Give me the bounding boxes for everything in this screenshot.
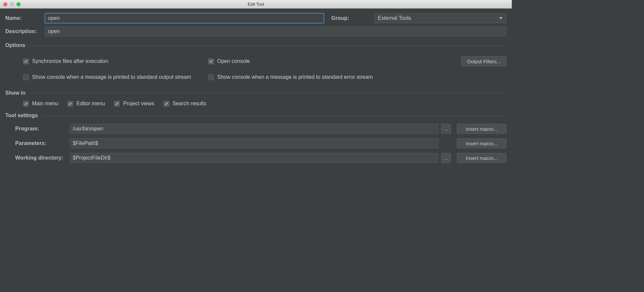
working-dir-browse-button[interactable]: ... [441, 153, 451, 163]
output-filters-button[interactable]: Output Filters... [461, 56, 506, 66]
stdout-label: Show console when a message is printed t… [32, 74, 191, 80]
checkmark-icon [114, 101, 120, 107]
stderr-checkbox[interactable]: Show console when a message is printed t… [208, 74, 373, 80]
project-views-checkbox[interactable]: Project views [114, 101, 154, 107]
open-console-checkbox[interactable]: Open console [208, 58, 250, 64]
checkmark-icon [208, 59, 214, 64]
checkmark-icon [164, 101, 169, 107]
checkmark-icon [23, 59, 29, 64]
name-input[interactable] [45, 13, 324, 23]
group-selected-value: External Tools [378, 15, 411, 21]
program-label: Program: [15, 126, 70, 132]
working-dir-label: Working directory: [15, 155, 70, 161]
sync-files-checkbox[interactable]: Synchronize files after execution [23, 58, 208, 64]
program-input[interactable] [70, 124, 438, 134]
search-results-checkbox[interactable]: Search results [164, 101, 206, 107]
group-combobox[interactable]: External Tools [374, 13, 506, 23]
description-label: Description: [5, 28, 45, 34]
main-menu-checkbox[interactable]: Main menu [23, 101, 58, 107]
checkmark-icon [67, 101, 73, 107]
working-dir-input[interactable] [70, 153, 438, 163]
checkbox-empty-icon [208, 74, 214, 80]
titlebar: Edit Tool [0, 0, 512, 9]
checkmark-icon [23, 101, 29, 107]
search-results-label: Search results [173, 101, 206, 107]
divider [29, 93, 506, 93]
stdout-checkbox[interactable]: Show console when a message is printed t… [23, 74, 208, 80]
options-section-title: Options [5, 42, 25, 48]
checkbox-empty-icon [23, 74, 29, 80]
editor-menu-checkbox[interactable]: Editor menu [67, 101, 105, 107]
window-title: Edit Tool [0, 2, 512, 7]
chevron-down-icon [497, 14, 504, 23]
divider [28, 45, 506, 46]
program-browse-button[interactable]: ... [441, 124, 451, 134]
show-in-section-title: Show in [5, 90, 25, 96]
main-menu-label: Main menu [32, 101, 58, 107]
program-insert-macro-button[interactable]: Insert macro... [457, 124, 506, 134]
parameters-insert-macro-button[interactable]: Insert macro... [457, 138, 506, 148]
name-label: Name: [5, 15, 45, 21]
tool-settings-section-title: Tool settings [5, 113, 38, 119]
divider [41, 116, 506, 116]
parameters-input[interactable] [70, 138, 438, 148]
sync-files-label: Synchronize files after execution [32, 58, 108, 64]
description-input[interactable] [45, 26, 506, 36]
group-label: Group: [331, 15, 371, 21]
stderr-label: Show console when a message is printed t… [217, 74, 373, 80]
project-views-label: Project views [123, 101, 154, 107]
open-console-label: Open console [217, 58, 250, 64]
editor-menu-label: Editor menu [76, 101, 105, 107]
working-dir-insert-macro-button[interactable]: Insert macro... [457, 153, 506, 163]
parameters-label: Parameters: [15, 140, 70, 146]
